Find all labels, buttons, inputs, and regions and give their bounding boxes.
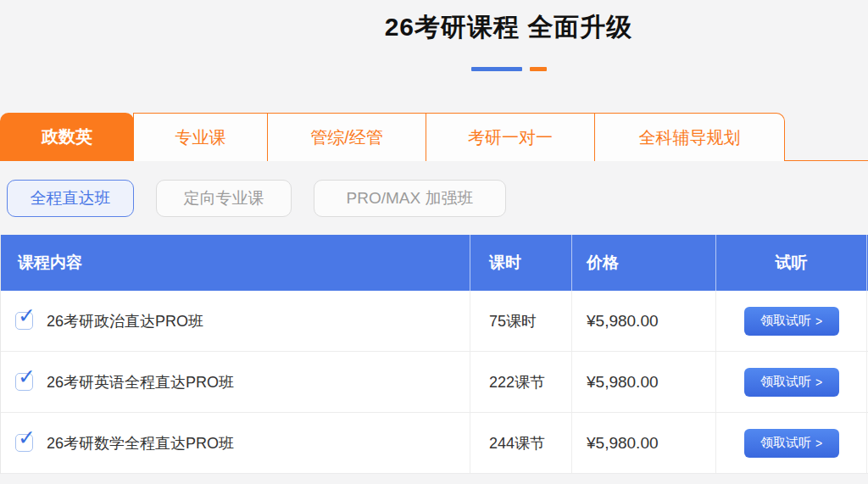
header-price: 价格 (571, 235, 715, 291)
header-hours: 课时 (470, 235, 571, 291)
page-title: 26考研课程 全面升级 (0, 10, 868, 45)
trial-button[interactable]: 领取试听 > (744, 307, 839, 336)
course-hours: 244课节 (470, 413, 571, 473)
row-checkbox[interactable]: ✓ (15, 312, 33, 330)
trial-cell: 领取试听 > (715, 291, 866, 351)
trial-cell: 领取试听 > (715, 413, 866, 473)
course-name: 26考研英语全程直达PRO班 (47, 372, 234, 392)
table-row: ✓ 26考研政治直达PRO班 75课时 ¥5,980.00 领取试听 > (1, 291, 868, 352)
trial-button[interactable]: 领取试听 > (744, 368, 839, 397)
course-cell: ✓ 26考研英语全程直达PRO班 (1, 352, 470, 412)
filter-direct-class[interactable]: 全程直达班 (7, 180, 134, 217)
underline-blue-bar (471, 67, 522, 71)
filter-targeted-major[interactable]: 定向专业课 (156, 180, 292, 217)
filter-pro-max[interactable]: PRO/MAX 加强班 (314, 180, 506, 217)
class-type-filters: 全程直达班 定向专业课 PRO/MAX 加强班 (7, 180, 528, 217)
tab-management-economics[interactable]: 管综/经管 (267, 113, 426, 161)
course-hours: 222课节 (470, 352, 571, 412)
checkmark-icon: ✓ (18, 305, 36, 326)
title-underline (0, 67, 868, 71)
checkmark-icon: ✓ (18, 427, 36, 448)
row-checkbox[interactable]: ✓ (15, 373, 33, 391)
category-tab-bar: 政数英 专业课 管综/经管 考研一对一 全科辅导规划 (0, 113, 868, 161)
course-table: 课程内容 课时 价格 试听 ✓ 26考研政治直达PRO班 75课时 ¥5,980… (0, 235, 868, 474)
page: 26考研课程 全面升级 政数英 专业课 管综/经管 考研一对一 全科辅导规划 全… (0, 0, 868, 484)
content-container: 26考研课程 全面升级 政数英 专业课 管综/经管 考研一对一 全科辅导规划 全… (0, 0, 868, 484)
table-row: ✓ 26考研英语全程直达PRO班 222课节 ¥5,980.00 领取试听 > (1, 352, 868, 413)
chevron-right-icon: > (815, 437, 822, 450)
course-price: ¥5,980.00 (571, 291, 715, 351)
chevron-right-icon: > (815, 376, 822, 389)
table-row: ✓ 26考研数学全程直达PRO班 244课节 ¥5,980.00 领取试听 > (1, 413, 868, 474)
course-price: ¥5,980.00 (571, 413, 715, 473)
trial-button-label: 领取试听 (760, 435, 811, 451)
tab-one-on-one[interactable]: 考研一对一 (426, 113, 595, 161)
course-name: 26考研数学全程直达PRO班 (47, 433, 234, 453)
trial-button-label: 领取试听 (760, 374, 811, 390)
tab-major-courses[interactable]: 专业课 (133, 113, 268, 161)
checkmark-icon: ✓ (18, 366, 36, 387)
tab-politics-math-english[interactable]: 政数英 (0, 113, 134, 161)
header-course-content: 课程内容 (1, 235, 470, 291)
trial-cell: 领取试听 > (715, 352, 866, 412)
tab-full-subject-planning[interactable]: 全科辅导规划 (594, 113, 785, 161)
course-cell: ✓ 26考研政治直达PRO班 (1, 291, 470, 351)
chevron-right-icon: > (815, 314, 822, 328)
course-price: ¥5,980.00 (571, 352, 715, 412)
underline-orange-bar (530, 67, 547, 71)
trial-button-label: 领取试听 (760, 313, 811, 329)
course-cell: ✓ 26考研数学全程直达PRO班 (1, 413, 470, 473)
header-trial: 试听 (715, 235, 866, 291)
trial-button[interactable]: 领取试听 > (744, 429, 839, 458)
course-name: 26考研政治直达PRO班 (47, 311, 203, 331)
row-checkbox[interactable]: ✓ (15, 434, 33, 452)
table-header-row: 课程内容 课时 价格 试听 (1, 235, 868, 291)
course-hours: 75课时 (470, 291, 571, 351)
